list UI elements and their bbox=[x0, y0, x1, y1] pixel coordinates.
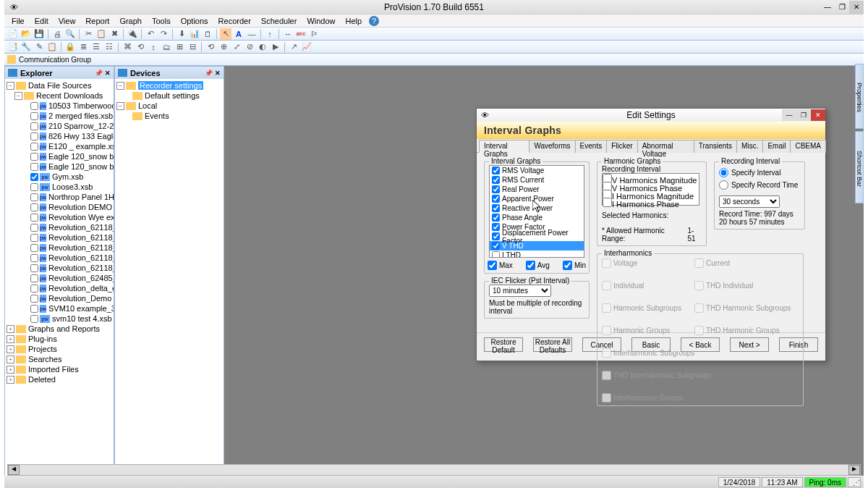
tb2-16[interactable]: ⊕ bbox=[218, 41, 229, 53]
copy-icon[interactable]: 📋 bbox=[95, 28, 107, 40]
panel-close-icon[interactable]: ✕ bbox=[215, 70, 221, 77]
tb2-10[interactable]: ⟲ bbox=[135, 41, 146, 53]
tree-recorder-settings[interactable]: −Recorder settings bbox=[116, 80, 222, 91]
avg-checkbox[interactable]: Avg bbox=[526, 261, 550, 270]
align1-icon[interactable]: ≣ bbox=[77, 41, 89, 53]
tb2-14[interactable]: ⊟ bbox=[187, 41, 198, 53]
tree-root[interactable]: −Data File Sources bbox=[7, 80, 112, 91]
close-button[interactable]: ✕ bbox=[849, 1, 864, 14]
tree-default-settings[interactable]: Default settings bbox=[116, 91, 222, 101]
specify-interval-radio[interactable]: Specify Interval bbox=[719, 168, 800, 177]
menu-help[interactable]: Help bbox=[341, 15, 367, 27]
chart-icon[interactable]: 📊 bbox=[189, 28, 200, 40]
align2-icon[interactable]: ☰ bbox=[90, 41, 102, 53]
menu-report[interactable]: Report bbox=[81, 15, 114, 27]
text-icon[interactable]: A bbox=[233, 28, 244, 40]
tree-file[interactable]: pwNorthrop Panel 1H1.xsb bbox=[7, 192, 112, 202]
download-icon[interactable]: ⬇ bbox=[176, 28, 187, 40]
tb2-13[interactable]: ⊞ bbox=[174, 41, 185, 53]
save-icon[interactable]: 💾 bbox=[33, 28, 45, 40]
max-checkbox[interactable]: Max bbox=[488, 261, 513, 270]
restore-all-defaults-button[interactable]: Restore All Defaults bbox=[533, 337, 572, 352]
interval-item[interactable]: RMS Voltage bbox=[490, 166, 584, 175]
tree-file[interactable]: pwRevolution_62118_FW test bbox=[7, 263, 112, 273]
shortcut-bar-tab[interactable]: Shortcut Bar bbox=[855, 131, 864, 203]
panel-close-icon[interactable]: ✕ bbox=[105, 70, 111, 77]
tab-events[interactable]: Events bbox=[575, 140, 608, 153]
connect-icon[interactable]: 🔌 bbox=[127, 28, 138, 40]
abc-icon[interactable]: abc bbox=[295, 28, 307, 40]
tree-file[interactable]: pw826 Hwy 133 Eagle_55711 bbox=[7, 131, 112, 141]
menu-options[interactable]: Options bbox=[176, 15, 213, 27]
calc-icon[interactable]: 🗒 bbox=[202, 28, 213, 40]
redo-icon[interactable]: ↷ bbox=[158, 28, 169, 40]
tb2-9[interactable]: ⌘ bbox=[122, 41, 133, 53]
tab-flicker[interactable]: Flicker bbox=[606, 140, 637, 153]
open-icon[interactable]: 📂 bbox=[20, 28, 32, 40]
tree-file[interactable]: pwE120 _ example.xsb bbox=[7, 141, 112, 151]
tree-file[interactable]: pwRevolution_62118_03_29_ bbox=[7, 232, 112, 243]
interval-graphs-list[interactable]: RMS VoltageRMS CurrentReal PowerApparent… bbox=[489, 165, 584, 258]
dlg-minimize[interactable]: — bbox=[782, 109, 796, 121]
harmonic-item[interactable]: I Harmonics Magnitude bbox=[603, 190, 699, 198]
interval-item[interactable]: RMS Current bbox=[490, 175, 584, 185]
rec-interval-select[interactable]: 30 seconds bbox=[719, 195, 780, 208]
harmonic-list[interactable]: V Harmonics MagnitudeV Harmonics PhaseI … bbox=[602, 173, 699, 206]
tree-deleted[interactable]: +Deleted bbox=[7, 374, 112, 384]
maximize-button[interactable]: ❐ bbox=[835, 1, 849, 14]
min-checkbox[interactable]: Min bbox=[563, 261, 586, 270]
tree-graphs-and-reports[interactable]: +Graphs and Reports bbox=[7, 324, 112, 334]
tree-file[interactable]: pwRevolution_delta_example. bbox=[7, 283, 112, 293]
tb2-2[interactable]: 🔧 bbox=[20, 41, 32, 53]
tree-file[interactable]: pwRevolution Wye example- J bbox=[7, 212, 112, 222]
tree-file[interactable]: pwRevolution_62118_FW test bbox=[7, 253, 112, 263]
new-icon[interactable]: 📄 bbox=[7, 28, 19, 40]
print-icon[interactable]: 🖨 bbox=[51, 28, 63, 40]
align3-icon[interactable]: ☷ bbox=[103, 41, 115, 53]
tree-local[interactable]: −Local bbox=[116, 101, 222, 111]
tab-waveforms[interactable]: Waveforms bbox=[529, 140, 575, 153]
cut-icon[interactable]: ✂ bbox=[82, 28, 94, 40]
menu-window[interactable]: Window bbox=[302, 15, 339, 27]
up-icon[interactable]: ↑ bbox=[264, 28, 276, 40]
tree-file[interactable]: pwRevolution_Demo 2016.xsb bbox=[7, 293, 112, 303]
tab-transients[interactable]: Transients bbox=[694, 140, 737, 153]
menu-edit[interactable]: Edit bbox=[30, 15, 53, 27]
dlg-maximize[interactable]: ❐ bbox=[796, 109, 811, 121]
interval-item[interactable]: Apparent Power bbox=[490, 194, 584, 203]
horizontal-scrollbar[interactable]: ◀ ▶ bbox=[7, 464, 861, 476]
harmonic-item[interactable]: V Harmonics Magnitude bbox=[603, 174, 699, 182]
pin-icon[interactable]: 📌 bbox=[95, 70, 103, 77]
tree-file[interactable]: pwGym.xsb bbox=[7, 172, 112, 182]
menu-scheduler[interactable]: Scheduler bbox=[257, 15, 302, 27]
tb2-17[interactable]: ⤢ bbox=[231, 41, 242, 53]
tree-searches[interactable]: +Searches bbox=[7, 354, 112, 364]
minimize-button[interactable]: — bbox=[820, 1, 835, 14]
pin-icon[interactable]: 📌 bbox=[205, 70, 213, 77]
help-icon[interactable]: ? bbox=[369, 16, 379, 26]
pan-icon[interactable]: ↔ bbox=[282, 28, 294, 40]
menu-view[interactable]: View bbox=[54, 15, 80, 27]
lock-icon[interactable]: 🔒 bbox=[64, 41, 76, 53]
tab-email[interactable]: Email bbox=[762, 140, 791, 153]
tree-file[interactable]: pwRevolution DEMO file.xsb bbox=[7, 202, 112, 212]
tb2-19[interactable]: ◐ bbox=[257, 41, 268, 53]
undo-icon[interactable]: ↶ bbox=[145, 28, 156, 40]
delete-icon[interactable]: ✖ bbox=[109, 28, 120, 40]
tree-file[interactable]: pwSVM10 example_3-31-11.x bbox=[7, 303, 112, 314]
pointer-icon[interactable]: ↖ bbox=[220, 28, 231, 40]
menu-recorder[interactable]: Recorder bbox=[214, 15, 255, 27]
interval-item[interactable]: Phase Angle bbox=[490, 213, 584, 222]
tab-interval-graphs[interactable]: Interval Graphs bbox=[479, 140, 529, 153]
tab-cbema[interactable]: CBEMA bbox=[790, 140, 826, 153]
tb2-1[interactable]: 📑 bbox=[7, 41, 19, 53]
tree-file[interactable]: pwLoose3.xsb bbox=[7, 182, 112, 192]
flag-icon[interactable]: 🏳 bbox=[308, 28, 320, 40]
tb2-22[interactable]: 📈 bbox=[301, 41, 312, 53]
tree-file[interactable]: pwRevolution_62485_08-27-2 bbox=[7, 273, 112, 283]
tree-events[interactable]: Events bbox=[116, 111, 222, 121]
menu-graph[interactable]: Graph bbox=[115, 15, 146, 27]
restore-default-button[interactable]: Restore Default bbox=[484, 337, 523, 352]
tb2-21[interactable]: ↗ bbox=[288, 41, 299, 53]
tree-projects[interactable]: +Projects bbox=[7, 344, 112, 354]
